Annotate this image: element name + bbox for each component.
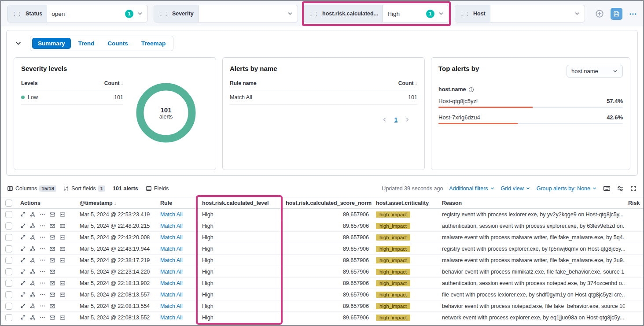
analyze-event-icon[interactable] [30,246,36,252]
expand-alert-icon[interactable] [20,211,26,217]
analyze-event-icon[interactable] [30,257,36,263]
filter-status[interactable]: ⋮⋮ Status open 1 [7,5,148,22]
col-count[interactable]: Count↓ [104,80,123,86]
expand-alert-icon[interactable] [20,269,26,274]
expand-alert-icon[interactable] [20,257,26,263]
row-checkbox[interactable] [5,211,12,218]
expand-alert-icon[interactable] [20,223,26,229]
header-rule[interactable]: Rule [157,200,199,206]
rule-link[interactable]: Match All [160,211,183,218]
session-view-icon[interactable] [49,315,55,321]
tab-summary[interactable]: Summary [32,38,71,49]
analyze-event-icon[interactable] [30,280,36,286]
circle-plus-icon[interactable] [595,9,604,18]
expand-alert-icon[interactable] [20,234,26,240]
select-all-checkbox[interactable] [5,200,12,207]
fields-button[interactable]: Fields [146,185,169,192]
row-checkbox[interactable] [5,303,12,310]
analyze-event-icon[interactable] [30,292,36,297]
analyze-event-icon[interactable] [30,315,36,320]
top-alerts-field-select[interactable]: host.name [567,65,623,78]
more-actions-icon[interactable] [40,303,45,309]
display-options-icon[interactable] [617,185,624,192]
rule-link[interactable]: Match All [160,269,183,275]
fullscreen-icon[interactable] [630,185,637,192]
row-checkbox[interactable] [5,314,12,321]
session-view-icon[interactable] [49,223,55,229]
tab-counts[interactable]: Counts [102,38,134,49]
rule-link[interactable]: Match All [160,257,183,263]
tab-trend[interactable]: Trend [73,38,100,49]
header-risk[interactable]: Risk [625,200,643,206]
more-options-icon[interactable]: ⋯ [629,9,637,19]
rule-link[interactable]: Match All [160,223,183,229]
rule-link[interactable]: Match All [160,303,183,309]
drag-handle-icon[interactable]: ⋮⋮ [12,11,22,16]
row-checkbox[interactable] [5,222,12,230]
header-risk-level[interactable]: host.risk.calculated_level [199,200,282,206]
header-criticality[interactable]: host.asset.criticality [372,200,438,206]
session-view-icon[interactable] [49,257,55,263]
session-view-icon[interactable] [49,211,55,218]
header-risk-score[interactable]: host.risk.calculated_score_norm [282,200,372,206]
expand-alert-icon[interactable] [20,303,26,309]
host-name[interactable]: Host-7xrig6dzu4 [438,114,480,121]
session-view-icon[interactable] [49,246,55,252]
save-query-button[interactable] [611,8,622,20]
expand-alert-icon[interactable] [20,315,26,320]
filter-severity-combobox[interactable] [199,5,298,22]
filter-status-combobox[interactable]: open 1 [47,5,147,22]
more-actions-icon[interactable] [40,269,45,274]
investigate-in-timeline-icon[interactable] [59,246,66,252]
investigate-in-timeline-icon[interactable] [59,234,66,241]
more-actions-icon[interactable] [40,223,45,229]
more-actions-icon[interactable] [40,292,45,297]
rule-link[interactable]: Match All [160,292,183,298]
session-view-icon[interactable] [49,280,55,286]
drag-handle-icon[interactable]: ⋮⋮ [158,11,169,16]
more-actions-icon[interactable] [40,246,45,252]
session-view-icon[interactable] [49,303,55,309]
analyze-event-icon[interactable] [30,269,36,274]
rule-link[interactable]: Match All [160,280,183,286]
expand-alert-icon[interactable] [20,292,26,297]
drag-handle-icon[interactable]: ⋮⋮ [309,11,319,16]
more-actions-icon[interactable] [40,257,45,263]
analyze-event-icon[interactable] [30,211,36,217]
keyboard-shortcuts-icon[interactable] [603,185,611,192]
filter-host-combobox[interactable] [490,5,585,22]
info-icon[interactable] [468,87,474,93]
investigate-in-timeline-icon[interactable] [59,223,66,229]
filter-host-risk-combobox[interactable]: High 1 [383,5,449,22]
chevron-right-icon[interactable] [405,117,410,122]
expand-alert-icon[interactable] [20,246,26,252]
drag-handle-icon[interactable]: ⋮⋮ [460,11,470,16]
analyze-event-icon[interactable] [30,234,36,240]
header-reason[interactable]: Reason [438,200,625,206]
row-checkbox[interactable] [5,234,12,241]
sort-fields-button[interactable]: Sort fields 1 [63,185,105,192]
rule-link[interactable]: Match All [160,234,183,241]
col-count[interactable]: Count↓ [398,80,417,86]
page-number[interactable]: 1 [394,116,397,123]
session-view-icon[interactable] [49,269,55,275]
investigate-in-timeline-icon[interactable] [59,280,66,286]
row-checkbox[interactable] [5,291,12,298]
header-timestamp[interactable]: @timestamp↓ [76,200,157,206]
analyze-event-icon[interactable] [30,223,36,229]
row-checkbox[interactable] [5,268,12,275]
row-checkbox[interactable] [5,257,12,264]
expand-alert-icon[interactable] [20,280,26,286]
more-actions-icon[interactable] [40,315,45,320]
tab-treemap[interactable]: Treemap [136,38,172,49]
filter-host[interactable]: ⋮⋮ Host [455,5,585,22]
columns-button[interactable]: Columns 15/18 [7,185,56,192]
row-checkbox[interactable] [5,280,12,287]
additional-filters-link[interactable]: Additional filters [449,185,494,192]
row-checkbox[interactable] [5,245,12,252]
collapse-chevron-icon[interactable] [14,39,23,48]
more-actions-icon[interactable] [40,234,45,240]
session-view-icon[interactable] [49,292,55,298]
investigate-in-timeline-icon[interactable] [59,315,66,321]
more-actions-icon[interactable] [40,280,45,286]
